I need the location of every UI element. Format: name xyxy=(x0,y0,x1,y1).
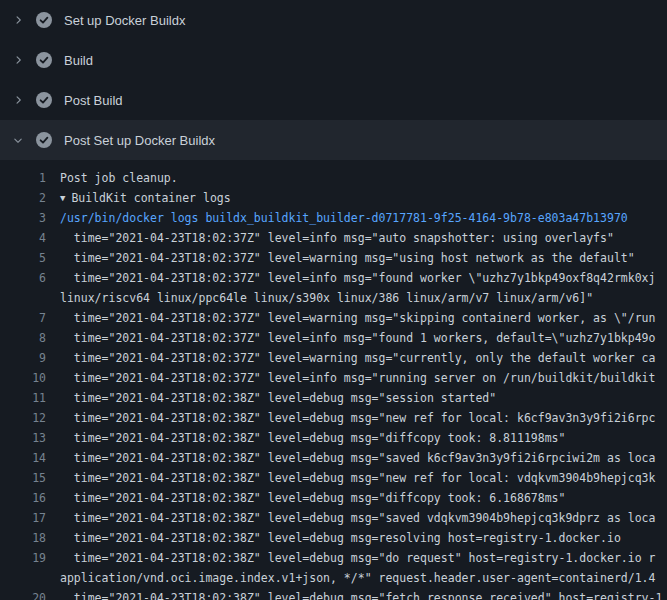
step-title: Build xyxy=(64,53,93,68)
log-line-number[interactable]: 13 xyxy=(0,428,46,448)
log-line-text: ▼BuildKit container logs xyxy=(46,188,231,208)
log-line: 17 time="2021-04-23T18:02:38Z" level=deb… xyxy=(0,508,667,528)
step-title: Set up Docker Buildx xyxy=(64,13,185,28)
log-line: 20 time="2021-04-23T18:02:38Z" level=deb… xyxy=(0,588,667,600)
job-log-viewer: Set up Docker Buildx Build P xyxy=(0,0,667,600)
log-line: 19 time="2021-04-23T18:02:38Z" level=deb… xyxy=(0,548,667,568)
log-line: 2 ▼BuildKit container logs xyxy=(0,188,667,208)
check-circle-icon xyxy=(36,132,52,148)
log-line-number[interactable]: 4 xyxy=(0,228,46,248)
log-line-text: time="2021-04-23T18:02:37Z" level=info m… xyxy=(46,368,655,388)
log-line-text: time="2021-04-23T18:02:38Z" level=debug … xyxy=(46,388,496,408)
log-line-number[interactable] xyxy=(0,288,46,308)
group-toggle-triangle-down-icon[interactable]: ▼ xyxy=(60,188,65,208)
log-line: 6 time="2021-04-23T18:02:37Z" level=info… xyxy=(0,268,667,288)
log-line-number[interactable]: 18 xyxy=(0,528,46,548)
log-line-text: time="2021-04-23T18:02:37Z" level=warnin… xyxy=(46,348,655,368)
check-circle-icon xyxy=(36,52,52,68)
chevron-right-icon xyxy=(10,92,26,108)
log-line: 11 time="2021-04-23T18:02:38Z" level=deb… xyxy=(0,388,667,408)
chevron-down-icon xyxy=(10,132,26,148)
log-line: 12 time="2021-04-23T18:02:38Z" level=deb… xyxy=(0,408,667,428)
log-line-number[interactable]: 11 xyxy=(0,388,46,408)
log-line-text: time="2021-04-23T18:02:38Z" level=debug … xyxy=(46,428,565,448)
log-line: 10 time="2021-04-23T18:02:37Z" level=inf… xyxy=(0,368,667,388)
check-circle-icon xyxy=(36,12,52,28)
log-pane: 1 Post job cleanup. 2 ▼BuildKit containe… xyxy=(0,160,667,600)
log-line-text: time="2021-04-23T18:02:38Z" level=debug … xyxy=(46,528,621,548)
log-line: 14 time="2021-04-23T18:02:38Z" level=deb… xyxy=(0,448,667,468)
log-line: 15 time="2021-04-23T18:02:38Z" level=deb… xyxy=(0,468,667,488)
log-line-text: linux/riscv64 linux/ppc64le linux/s390x … xyxy=(46,288,593,308)
log-line-number[interactable]: 15 xyxy=(0,468,46,488)
log-line-text: time="2021-04-23T18:02:38Z" level=debug … xyxy=(46,468,655,488)
log-line-text: /usr/bin/docker logs buildx_buildkit_bui… xyxy=(46,208,628,228)
log-line-text: application/vnd.oci.image.index.v1+json,… xyxy=(46,568,655,588)
chevron-right-icon xyxy=(10,12,26,28)
step-title: Post Set up Docker Buildx xyxy=(64,133,215,148)
log-line-number[interactable]: 5 xyxy=(0,248,46,268)
log-line-text: time="2021-04-23T18:02:38Z" level=debug … xyxy=(46,548,655,568)
log-line-text: time="2021-04-23T18:02:37Z" level=info m… xyxy=(46,268,655,288)
log-line: 3 /usr/bin/docker logs buildx_buildkit_b… xyxy=(0,208,667,228)
step-header-post-build[interactable]: Post Build xyxy=(0,80,667,120)
step-header-build[interactable]: Build xyxy=(0,40,667,80)
log-line-number[interactable]: 16 xyxy=(0,488,46,508)
check-circle-icon xyxy=(36,92,52,108)
log-line: 1 Post job cleanup. xyxy=(0,168,667,188)
step-header-set-up-docker-buildx[interactable]: Set up Docker Buildx xyxy=(0,0,667,40)
log-line: 9 time="2021-04-23T18:02:37Z" level=warn… xyxy=(0,348,667,368)
log-line-number[interactable]: 10 xyxy=(0,368,46,388)
log-line: 8 time="2021-04-23T18:02:37Z" level=info… xyxy=(0,328,667,348)
log-line-number[interactable]: 6 xyxy=(0,268,46,288)
log-group-title: BuildKit container logs xyxy=(71,191,230,205)
log-line-number[interactable]: 7 xyxy=(0,308,46,328)
log-line-number[interactable]: 8 xyxy=(0,328,46,348)
log-line-text: time="2021-04-23T18:02:38Z" level=debug … xyxy=(46,508,655,528)
chevron-right-icon xyxy=(10,52,26,68)
log-line-number[interactable]: 1 xyxy=(0,168,46,188)
log-line-number[interactable]: 3 xyxy=(0,208,46,228)
log-line: 16 time="2021-04-23T18:02:38Z" level=deb… xyxy=(0,488,667,508)
log-line-text: time="2021-04-23T18:02:38Z" level=debug … xyxy=(46,448,655,468)
log-line: linux/riscv64 linux/ppc64le linux/s390x … xyxy=(0,288,667,308)
log-line-text: time="2021-04-23T18:02:37Z" level=warnin… xyxy=(46,308,655,328)
step-list: Set up Docker Buildx Build P xyxy=(0,0,667,160)
log-line-number[interactable]: 17 xyxy=(0,508,46,528)
log-line-text: time="2021-04-23T18:02:37Z" level=warnin… xyxy=(46,248,635,268)
log-line-number[interactable]: 9 xyxy=(0,348,46,368)
log-line-text: time="2021-04-23T18:02:38Z" level=debug … xyxy=(46,588,662,600)
log-line-number[interactable]: 12 xyxy=(0,408,46,428)
log-line-number[interactable]: 14 xyxy=(0,448,46,468)
log-line-number[interactable]: 19 xyxy=(0,548,46,568)
log-line-text: time="2021-04-23T18:02:37Z" level=info m… xyxy=(46,328,655,348)
log-line-text: Post job cleanup. xyxy=(46,168,178,188)
step-header-post-set-up-docker-buildx[interactable]: Post Set up Docker Buildx xyxy=(0,120,667,160)
log-line: 13 time="2021-04-23T18:02:38Z" level=deb… xyxy=(0,428,667,448)
log-line-text: time="2021-04-23T18:02:38Z" level=debug … xyxy=(46,408,655,428)
log-line: 7 time="2021-04-23T18:02:37Z" level=warn… xyxy=(0,308,667,328)
log-line-number[interactable]: 2 xyxy=(0,188,46,208)
log-line-text: time="2021-04-23T18:02:38Z" level=debug … xyxy=(46,488,565,508)
log-line: 18 time="2021-04-23T18:02:38Z" level=deb… xyxy=(0,528,667,548)
log-line-text: time="2021-04-23T18:02:37Z" level=info m… xyxy=(46,228,614,248)
step-title: Post Build xyxy=(64,93,123,108)
log-line: application/vnd.oci.image.index.v1+json,… xyxy=(0,568,667,588)
log-line-number[interactable] xyxy=(0,568,46,588)
log-line-number[interactable]: 20 xyxy=(0,588,46,600)
log-line: 5 time="2021-04-23T18:02:37Z" level=warn… xyxy=(0,248,667,268)
log-line: 4 time="2021-04-23T18:02:37Z" level=info… xyxy=(0,228,667,248)
